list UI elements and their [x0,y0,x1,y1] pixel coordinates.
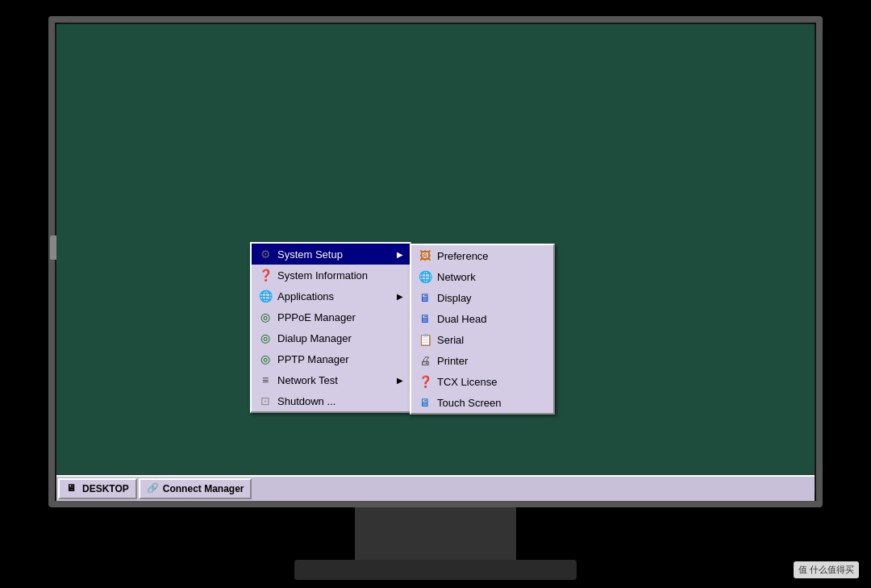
submenu-touch-screen-label: Touch Screen [437,397,502,409]
submenu-network-label: Network [437,271,476,283]
context-menu-area: ⚙ System Setup ▶ 🖼 Preference 🌐 Network [250,242,411,413]
menu-item-pppoe[interactable]: ◎ PPPoE Manager [252,307,410,327]
preference-icon: 🖼 [418,248,432,263]
submenu-system-setup: 🖼 Preference 🌐 Network 🖥 Display 🖥 [410,244,555,415]
monitor-stand [355,507,516,564]
main-menu: ⚙ System Setup ▶ 🖼 Preference 🌐 Network [250,242,411,413]
connect-manager-taskbar-icon: 🔗 [147,482,160,495]
taskbar-connect-manager-label: Connect Manager [163,483,244,494]
submenu-item-network[interactable]: 🌐 Network [411,266,553,287]
touch-screen-icon: 🖥 [418,395,432,410]
display-icon: 🖥 [418,290,432,305]
submenu-item-dual-head[interactable]: 🖥 Dual Head [411,308,553,329]
submenu-serial-label: Serial [437,334,464,346]
menu-item-pppoe-label: PPPoE Manager [277,311,356,323]
menu-item-system-info-label: System Information [277,269,368,281]
system-info-icon: ❓ [258,268,273,282]
system-setup-icon: ⚙ [258,247,273,261]
dual-head-icon: 🖥 [418,311,432,326]
submenu-item-serial[interactable]: 📋 Serial [411,329,553,350]
menu-item-dialup-label: Dialup Manager [277,332,352,344]
menu-item-applications[interactable]: 🌐 Applications ▶ [252,286,410,307]
watermark: 值 什么值得买 [794,561,859,578]
menu-item-network-test-label: Network Test [277,374,338,386]
submenu-item-display[interactable]: 🖥 Display [411,287,553,308]
menu-item-dialup[interactable]: ◎ Dialup Manager [252,327,410,348]
desktop-taskbar-icon: 🖥 [66,482,79,495]
submenu-display-label: Display [437,292,472,304]
taskbar-connect-manager-button[interactable]: 🔗 Connect Manager [139,478,252,499]
desktop: ⚙ System Setup ▶ 🖼 Preference 🌐 Network [56,24,815,501]
menu-item-shutdown[interactable]: ⊡ Shutdown ... [252,390,410,411]
submenu-arrow-applications: ▶ [397,292,403,301]
dialup-icon: ◎ [258,331,273,345]
shutdown-icon: ⊡ [258,394,273,408]
submenu-item-preference[interactable]: 🖼 Preference [411,245,553,266]
pptp-icon: ◎ [258,352,273,366]
submenu-item-printer[interactable]: 🖨 Printer [411,350,553,371]
monitor-base [294,560,577,580]
taskbar-desktop-button[interactable]: 🖥 DESKTOP [58,478,137,499]
printer-icon: 🖨 [418,353,432,368]
submenu-arrow-system-setup: ▶ [397,250,403,259]
menu-item-system-info[interactable]: ❓ System Information [252,265,410,286]
submenu-item-tcx-license[interactable]: ❓ TCX License [411,371,553,392]
menu-item-network-test[interactable]: ≡ Network Test ▶ [252,369,410,390]
screen: ⚙ System Setup ▶ 🖼 Preference 🌐 Network [56,24,815,501]
submenu-printer-label: Printer [437,355,468,367]
network-test-icon: ≡ [258,373,273,387]
menu-item-system-setup[interactable]: ⚙ System Setup ▶ 🖼 Preference 🌐 Network [252,244,410,265]
menu-item-shutdown-label: Shutdown ... [277,395,335,407]
submenu-tcx-license-label: TCX License [437,376,497,388]
network-icon: 🌐 [418,269,432,284]
taskbar: 🖥 DESKTOP 🔗 Connect Manager [56,475,815,501]
menu-item-applications-label: Applications [277,290,334,302]
submenu-arrow-network-test: ▶ [397,376,403,385]
menu-item-system-setup-label: System Setup [277,248,343,261]
taskbar-desktop-label: DESKTOP [82,483,129,494]
submenu-preference-label: Preference [437,250,489,262]
submenu-dual-head-label: Dual Head [437,313,486,325]
watermark-text: 值 什么值得买 [798,565,854,574]
serial-icon: 📋 [418,332,432,347]
pppoe-icon: ◎ [258,310,273,324]
tcx-license-icon: ❓ [418,374,432,389]
menu-item-pptp-label: PPTP Manager [277,353,349,365]
menu-item-pptp[interactable]: ◎ PPTP Manager [252,348,410,369]
applications-icon: 🌐 [258,289,273,303]
submenu-item-touch-screen[interactable]: 🖥 Touch Screen [411,392,553,413]
